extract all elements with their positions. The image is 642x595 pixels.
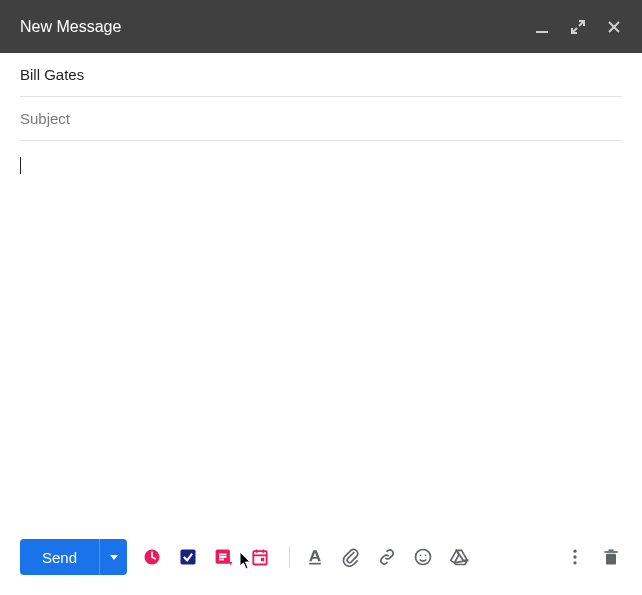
drive-button[interactable] bbox=[448, 546, 470, 568]
schedule-button[interactable] bbox=[141, 546, 163, 568]
message-body[interactable] bbox=[20, 157, 622, 457]
svg-point-27 bbox=[573, 561, 576, 564]
close-button[interactable] bbox=[604, 17, 624, 37]
compose-window: New Message Bill Gates Send bbox=[0, 0, 642, 595]
more-options-button[interactable] bbox=[564, 546, 586, 568]
svg-point-21 bbox=[425, 555, 427, 557]
svg-rect-18 bbox=[309, 563, 321, 565]
close-icon bbox=[606, 19, 622, 35]
text-cursor bbox=[20, 157, 21, 174]
template-icon bbox=[214, 547, 234, 567]
svg-rect-7 bbox=[181, 550, 196, 565]
template-button[interactable] bbox=[213, 546, 235, 568]
link-button[interactable] bbox=[376, 546, 398, 568]
formatting-button[interactable] bbox=[304, 546, 326, 568]
calendar-button[interactable] bbox=[249, 546, 271, 568]
minimize-icon bbox=[534, 19, 550, 35]
svg-marker-23 bbox=[451, 550, 459, 563]
svg-point-19 bbox=[416, 550, 431, 565]
task-button[interactable] bbox=[177, 546, 199, 568]
fullscreen-button[interactable] bbox=[568, 17, 588, 37]
clock-icon bbox=[142, 547, 162, 567]
window-title: New Message bbox=[20, 18, 532, 36]
svg-rect-29 bbox=[604, 551, 617, 553]
send-button-group: Send bbox=[20, 539, 127, 575]
caret-down-icon bbox=[109, 552, 119, 562]
drive-icon bbox=[449, 547, 469, 567]
emoji-button[interactable] bbox=[412, 546, 434, 568]
to-field-row[interactable]: Bill Gates bbox=[20, 53, 622, 97]
toolbar-divider bbox=[289, 546, 290, 568]
trash-icon bbox=[601, 547, 621, 567]
subject-field-row[interactable] bbox=[20, 97, 622, 141]
more-vertical-icon bbox=[565, 547, 585, 567]
format-icons bbox=[289, 546, 470, 568]
checkbox-icon bbox=[178, 547, 198, 567]
compose-toolbar: Send bbox=[0, 531, 642, 595]
text-format-icon bbox=[305, 547, 325, 567]
link-icon bbox=[377, 547, 397, 567]
subject-input[interactable] bbox=[20, 110, 622, 127]
to-field-value: Bill Gates bbox=[20, 66, 84, 83]
send-options-button[interactable] bbox=[99, 539, 127, 575]
attach-button[interactable] bbox=[340, 546, 362, 568]
titlebar-actions bbox=[532, 17, 624, 37]
svg-point-20 bbox=[420, 555, 422, 557]
emoji-icon bbox=[413, 547, 433, 567]
discard-button[interactable] bbox=[600, 546, 622, 568]
svg-marker-5 bbox=[110, 555, 118, 560]
right-icons bbox=[564, 546, 622, 568]
svg-rect-13 bbox=[253, 551, 266, 564]
addon-icons bbox=[141, 546, 271, 568]
titlebar: New Message bbox=[0, 0, 642, 53]
expand-icon bbox=[570, 19, 586, 35]
header-fields: Bill Gates bbox=[0, 53, 642, 141]
svg-rect-17 bbox=[261, 558, 264, 561]
calendar-icon bbox=[250, 547, 270, 567]
message-body-area[interactable] bbox=[0, 141, 642, 531]
paperclip-icon bbox=[341, 547, 361, 567]
svg-rect-30 bbox=[609, 550, 614, 552]
send-button[interactable]: Send bbox=[20, 539, 99, 575]
svg-rect-28 bbox=[606, 554, 616, 565]
minimize-button[interactable] bbox=[532, 17, 552, 37]
svg-marker-12 bbox=[229, 562, 232, 565]
svg-point-25 bbox=[573, 550, 576, 553]
svg-point-26 bbox=[573, 555, 576, 558]
